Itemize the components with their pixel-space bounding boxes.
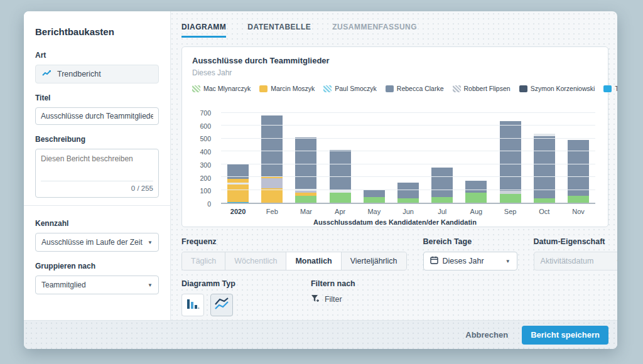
legend-swatch bbox=[323, 85, 332, 92]
x-axis-labels: 2020FebMarAprMayJunJulAugSepOctNov bbox=[221, 208, 595, 215]
legend-swatch bbox=[453, 85, 461, 92]
legend-name: Marcin Moszyk bbox=[271, 85, 315, 92]
bar-segment bbox=[431, 197, 453, 203]
bar-segment bbox=[568, 140, 589, 196]
gridline bbox=[221, 151, 595, 151]
x-tick-label: Aug bbox=[459, 208, 493, 215]
legend-item[interactable]: Szymon Korzeniowski bbox=[519, 85, 595, 92]
y-tick-label: 400 bbox=[200, 148, 211, 156]
legend-item[interactable]: Tim Jansen bbox=[603, 85, 617, 92]
bar-segment bbox=[330, 150, 351, 190]
metric-select-value: Ausschlüsse im Laufe der Zeit bbox=[41, 238, 143, 247]
stacked-bar-mar[interactable] bbox=[295, 137, 316, 203]
line-chart-type-button[interactable] bbox=[210, 294, 233, 316]
frequency-segmented-control: TäglichWöchentlichMonatlichVierteljährli… bbox=[181, 252, 407, 270]
report-builder-modal: Berichtbaukasten Art Trendbericht Titel … bbox=[24, 11, 617, 349]
x-axis-title: Ausschlussdatum des Kandidaten/der Kandi… bbox=[182, 218, 608, 226]
bar-chart-icon bbox=[186, 297, 200, 313]
char-counter: 0 / 255 bbox=[41, 181, 153, 192]
bar-segment bbox=[261, 188, 283, 203]
controls-row-1: Frequenz TäglichWöchentlichMonatlichVier… bbox=[181, 237, 608, 270]
kennzahl-label: Kennzahl bbox=[35, 219, 159, 228]
legend-swatch bbox=[519, 85, 527, 92]
metric-select[interactable]: Ausschlüsse im Laufe der Zeit ▼ bbox=[35, 233, 159, 252]
x-tick-label: Jun bbox=[391, 208, 425, 215]
chevron-down-icon: ▼ bbox=[148, 282, 153, 288]
stacked-bar-sep[interactable] bbox=[500, 121, 521, 203]
bar-segment bbox=[227, 202, 249, 203]
x-tick-label: Nov bbox=[561, 208, 595, 215]
save-report-button[interactable]: Bericht speichern bbox=[522, 326, 608, 345]
filter-button-label: Filter bbox=[325, 295, 342, 304]
stacked-bar-nov[interactable] bbox=[568, 140, 589, 203]
bar-segment bbox=[465, 181, 487, 193]
legend-name: Szymon Korzeniowski bbox=[531, 85, 595, 92]
legend-item[interactable]: Robbert Flipsen bbox=[453, 85, 511, 92]
report-type-button[interactable]: Trendbericht bbox=[35, 65, 159, 83]
art-label: Art bbox=[35, 51, 159, 60]
legend-name: Paul Smoczyk bbox=[335, 85, 377, 92]
sidebar-divider bbox=[24, 205, 170, 206]
x-tick-label: Jul bbox=[425, 208, 459, 215]
bar-segment bbox=[397, 198, 419, 203]
bar-segment bbox=[330, 193, 351, 203]
frequency-option-wöchentlich: Wöchentlich bbox=[225, 252, 286, 270]
footer-bar: Abbrechen Bericht speichern bbox=[24, 320, 617, 349]
legend-swatch bbox=[386, 85, 394, 92]
stacked-bar-2020[interactable] bbox=[227, 164, 249, 203]
legend-name: Mac Mlynarczyk bbox=[203, 85, 251, 92]
frequency-option-täglich: Täglich bbox=[182, 252, 225, 270]
filter-button[interactable]: Filter bbox=[311, 294, 355, 304]
y-tick-label: 200 bbox=[200, 174, 211, 182]
legend-item[interactable]: Mac Mlynarczyk bbox=[192, 85, 251, 92]
legend-swatch bbox=[259, 85, 267, 92]
y-tick-label: 100 bbox=[200, 187, 211, 195]
tab-zusammenfassung[interactable]: ZUSAMMENFASSUNG bbox=[332, 23, 417, 38]
bar-segment bbox=[431, 168, 453, 197]
x-tick-label: Mar bbox=[289, 208, 323, 215]
x-tick-label: May bbox=[357, 208, 391, 215]
stacked-bar-may[interactable] bbox=[364, 190, 385, 203]
main-content: DIAGRAMMDATENTABELLEZUSAMMENFASSUNG Auss… bbox=[171, 11, 617, 320]
gridline bbox=[221, 112, 595, 113]
legend-swatch bbox=[192, 85, 200, 92]
stacked-bar-aug[interactable] bbox=[465, 181, 487, 203]
frequency-option-vierteljährlich[interactable]: Vierteljährlich bbox=[342, 252, 406, 270]
datum-eigenschaft-label: Datum-Eigenschaft bbox=[534, 237, 617, 246]
legend: Mac MlynarczykMarcin MoszykPaul SmoczykR… bbox=[192, 85, 617, 92]
legend-item[interactable]: Paul Smoczyk bbox=[323, 85, 377, 92]
cancel-button[interactable]: Abbrechen bbox=[465, 330, 508, 340]
group-by-select-value: Teammitglied bbox=[41, 281, 86, 289]
group-by-select[interactable]: Teammitglied ▼ bbox=[35, 276, 159, 294]
legend-item[interactable]: Marcin Moszyk bbox=[259, 85, 315, 92]
bar-chart-type-button[interactable] bbox=[181, 294, 204, 316]
chevron-down-icon: ▼ bbox=[505, 259, 511, 264]
frequency-option-monatlich[interactable]: Monatlich bbox=[286, 252, 341, 270]
date-range-select[interactable]: Dieses Jahr ▼ bbox=[423, 252, 517, 270]
x-tick-label: 2020 bbox=[221, 208, 255, 215]
y-tick-label: 600 bbox=[200, 122, 211, 130]
bar-segment bbox=[568, 196, 589, 203]
bar-segment bbox=[465, 193, 487, 203]
calendar-icon bbox=[430, 256, 438, 266]
tab-diagramm[interactable]: DIAGRAMM bbox=[181, 23, 226, 38]
legend-name: Tim Jansen bbox=[615, 85, 617, 92]
trend-line-icon bbox=[42, 70, 52, 79]
stacked-bar-jul[interactable] bbox=[431, 168, 453, 203]
legend-name: Robbert Flipsen bbox=[464, 85, 511, 92]
date-range-value: Dieses Jahr bbox=[443, 257, 484, 265]
stacked-bar-oct[interactable] bbox=[534, 134, 555, 203]
bereich-tage-label: Bereich Tage bbox=[423, 237, 517, 246]
gruppieren-label: Gruppieren nach bbox=[35, 262, 159, 270]
tab-datentabelle[interactable]: DATENTABELLE bbox=[247, 23, 311, 38]
title-input[interactable] bbox=[35, 107, 159, 125]
bar-segment bbox=[227, 185, 249, 202]
filter-funnel-icon bbox=[311, 294, 320, 304]
bar-segment bbox=[500, 194, 521, 203]
legend-swatch bbox=[603, 85, 612, 92]
stacked-bar-jun[interactable] bbox=[397, 183, 419, 203]
description-textarea[interactable] bbox=[41, 154, 153, 178]
y-axis: 0100200300400500600700 bbox=[192, 113, 216, 204]
legend-item[interactable]: Rebecca Clarke bbox=[386, 85, 444, 92]
plot-region: 0100200300400500600700 bbox=[192, 113, 598, 204]
